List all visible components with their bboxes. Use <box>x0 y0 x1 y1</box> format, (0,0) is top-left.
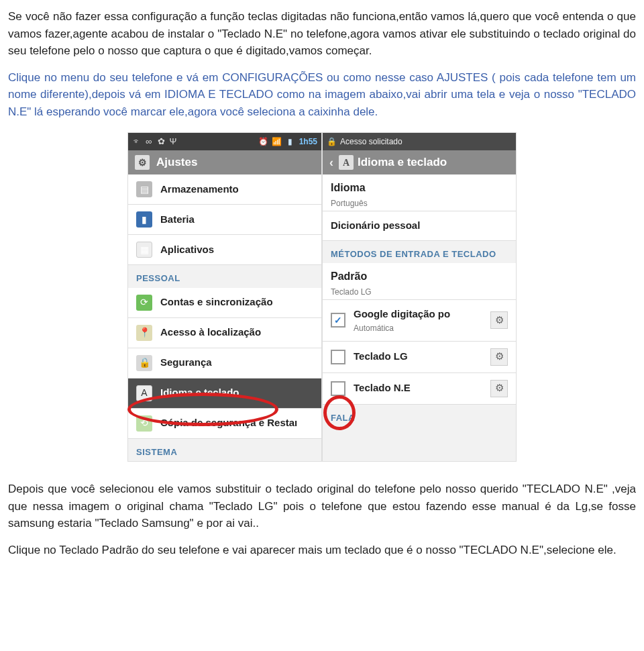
item-title: Idioma <box>331 180 508 196</box>
list-item-label: Segurança <box>160 355 313 370</box>
section-personal: PESSOAL <box>128 265 321 288</box>
paragraph-4: Clique no Teclado Padrão do seu telefone… <box>8 542 636 559</box>
phone-left: ᯤ ∞ ✿ Ψ ⏰ 📶 ▮ 1h55 ⚙ Ajustes ▤ Armazenam… <box>127 132 322 462</box>
screen-header: ‹ A Idioma e teclado <box>323 150 516 174</box>
apps-icon: ▦ <box>136 242 152 258</box>
storage-icon: ▤ <box>136 181 152 197</box>
lock-status-icon: 🔒 <box>327 137 336 146</box>
gear-icon[interactable]: ⚙ <box>490 311 508 329</box>
usb-icon: Ψ <box>168 137 178 146</box>
settings-icon: ⚙ <box>135 155 150 170</box>
list-item-dictionary[interactable]: Dicionário pessoal <box>323 211 516 241</box>
language-header-icon: A <box>339 155 354 170</box>
language-icon: A <box>136 385 152 401</box>
item-title: Padrão <box>331 268 508 285</box>
list-item-backup[interactable]: ⟲ Cópia de segurança e Restaı <box>128 409 321 439</box>
list-item-label: Dicionário pessoal <box>331 218 508 234</box>
paragraph-2: Clique no menu do seu telefone e vá em C… <box>8 69 636 121</box>
list-item-label: Cópia de segurança e Restaı <box>160 415 313 431</box>
section-system: SISTEMA <box>128 439 321 462</box>
gear-icon[interactable]: ⚙ <box>490 380 508 397</box>
list-item-apps[interactable]: ▦ Aplicativos <box>128 235 321 265</box>
back-icon[interactable]: ‹ <box>329 154 333 172</box>
list-item-google-typing[interactable]: Google digitação po Automática ⚙ <box>323 300 516 342</box>
app-icon: ∞ <box>144 137 154 146</box>
header-title: Idioma e teclado <box>358 154 447 171</box>
list-item-language[interactable]: A Idioma e teclado <box>128 379 321 409</box>
clock-text: 1h55 <box>299 136 317 148</box>
item-subtitle: Português <box>331 197 508 209</box>
list-item-label: Idioma e teclado <box>160 385 313 401</box>
backup-icon: ⟲ <box>136 415 152 432</box>
list-item-label: Armazenamento <box>160 182 313 197</box>
screenshots-row: ᯤ ∞ ✿ Ψ ⏰ 📶 ▮ 1h55 ⚙ Ajustes ▤ Armazenam… <box>8 132 636 462</box>
list-item-label: Google digitação po Automática <box>354 307 482 334</box>
checkbox-google[interactable] <box>331 313 345 328</box>
list-item-accounts[interactable]: ⟳ Contas e sincronização <box>128 288 321 318</box>
list-item-label: Teclado LG <box>354 349 482 364</box>
paragraph-3: Depois que você selecionou ele vamos sub… <box>8 481 636 532</box>
location-icon: 📍 <box>136 325 152 341</box>
list-item-teclado-lg[interactable]: Teclado LG ⚙ <box>323 342 516 373</box>
status-text: Acesso solicitado <box>340 136 402 148</box>
battery-icon: ▮ <box>286 137 295 146</box>
list-item-label: Aplicativos <box>160 242 313 258</box>
signal-icon: 📶 <box>272 137 282 146</box>
status-bar: ᯤ ∞ ✿ Ψ ⏰ 📶 ▮ 1h55 <box>128 133 321 150</box>
alarm-icon: ⏰ <box>259 137 268 146</box>
item-subtitle: Teclado LG <box>331 286 508 298</box>
list-item-storage[interactable]: ▤ Armazenamento <box>128 174 321 205</box>
list-item-security[interactable]: 🔒 Segurança <box>128 348 321 379</box>
sync-icon: ⟳ <box>136 295 152 311</box>
gear-status-icon: ✿ <box>156 137 166 146</box>
lock-icon: 🔒 <box>136 355 152 371</box>
paragraph-1: Se você não fazer essa configuração a fu… <box>8 8 636 60</box>
section-speech: FALA <box>323 405 516 428</box>
screen-header: ⚙ Ajustes <box>128 150 321 174</box>
list-item-label: Bateria <box>160 212 313 228</box>
list-item-location[interactable]: 📍 Acesso à localização <box>128 318 321 348</box>
gear-icon[interactable]: ⚙ <box>490 348 508 366</box>
list-item-language-select[interactable]: Idioma Português <box>323 174 516 211</box>
list-item-label: Acesso à localização <box>160 325 313 340</box>
status-bar: 🔒 Acesso solicitado <box>323 133 516 150</box>
list-item-teclado-ne[interactable]: Teclado N.E ⚙ <box>323 373 516 405</box>
battery-menu-icon: ▮ <box>136 211 152 228</box>
list-item-battery[interactable]: ▮ Bateria <box>128 205 321 235</box>
list-item-default-keyboard[interactable]: Padrão Teclado LG <box>323 263 516 300</box>
section-input-methods: MÉTODOS DE ENTRADA E TECLADO <box>323 241 516 264</box>
wifi-icon: ᯤ <box>132 137 142 146</box>
list-item-label: Contas e sincronização <box>160 295 313 310</box>
checkbox-ne[interactable] <box>331 381 345 396</box>
list-item-label: Teclado N.E <box>354 381 482 396</box>
phone-right: 🔒 Acesso solicitado ‹ A Idioma e teclado… <box>322 132 517 462</box>
header-title: Ajustes <box>156 154 197 171</box>
checkbox-lg[interactable] <box>331 350 345 364</box>
